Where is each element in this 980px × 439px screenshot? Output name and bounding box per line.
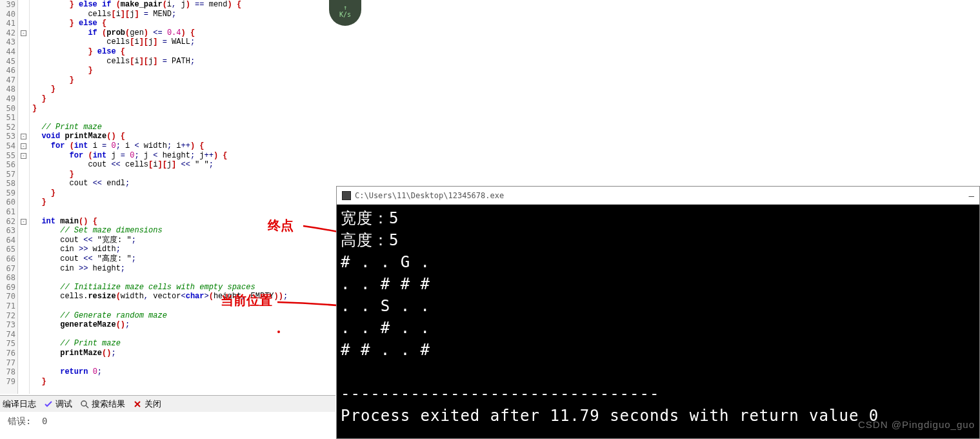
compile-log-label: 编译日志 (3, 398, 36, 410)
close-label: 关闭 (145, 398, 161, 410)
annotation-dot (277, 331, 280, 333)
status-bar: 错误: 0 (0, 413, 335, 429)
errors-label: 错误: (8, 416, 31, 426)
minimize-button[interactable]: — (969, 190, 974, 201)
errors-count: 0 (42, 416, 47, 426)
console-output[interactable]: 宽度：5 高度：5 # . . G . . . # # # . . S . . … (337, 205, 979, 438)
debug-label: 调试 (55, 398, 72, 410)
search-label: 搜索结果 (92, 398, 125, 410)
close-icon (133, 400, 142, 409)
tab-close[interactable]: 关闭 (133, 398, 161, 410)
fold-column[interactable]: ----- (18, 0, 30, 394)
bottom-tab-bar: 编译日志 调试 搜索结果 关闭 (0, 395, 335, 412)
line-number-gutter: 3940414243444546474849505152535455565758… (0, 0, 18, 394)
svg-point-0 (81, 401, 86, 406)
check-icon (44, 400, 53, 409)
svg-line-1 (86, 405, 88, 408)
annotation-end: 终点 (268, 217, 294, 234)
console-titlebar[interactable]: C:\Users\11\Desktop\12345678.exe — (337, 187, 979, 205)
console-window[interactable]: C:\Users\11\Desktop\12345678.exe — 宽度：5 … (336, 186, 980, 439)
console-title-text: C:\Users\11\Desktop\12345678.exe (355, 191, 504, 200)
annotation-current: 当前位置 (221, 292, 272, 309)
watermark: CSDN @Pingdiguo_guo (858, 419, 975, 430)
code-area[interactable]: } else if (make_pair(i, j) == mend) { ce… (30, 0, 335, 394)
tab-search-results[interactable]: 搜索结果 (80, 398, 125, 410)
code-editor[interactable]: 3940414243444546474849505152535455565758… (0, 0, 335, 394)
search-icon (80, 400, 89, 409)
exe-icon (342, 191, 351, 200)
tab-compile-log[interactable]: 编译日志 (3, 398, 36, 410)
window-controls: — (969, 190, 974, 201)
tab-debug[interactable]: 调试 (44, 398, 72, 410)
